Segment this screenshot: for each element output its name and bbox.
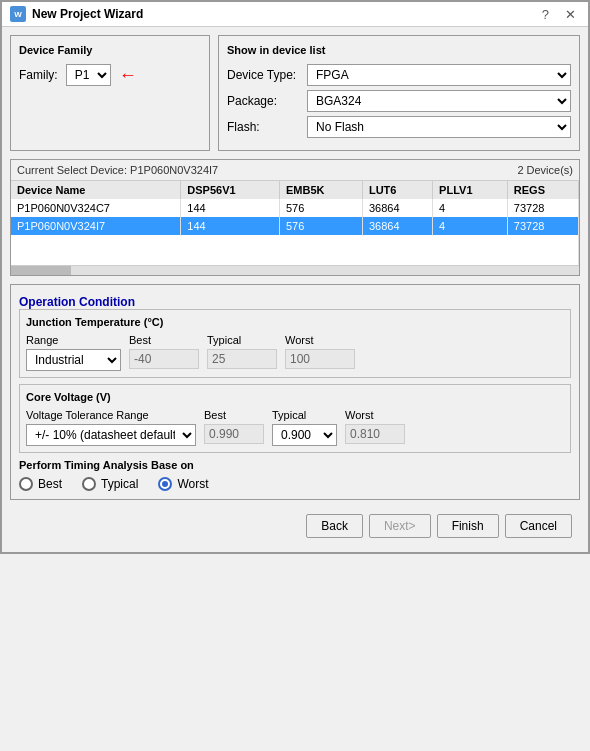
tolerance-label: Voltage Tolerance Range (26, 409, 196, 421)
show-device-title: Show in device list (227, 44, 571, 56)
device-type-label: Device Type: (227, 68, 307, 82)
typical-radio-label: Typical (101, 477, 138, 491)
v-best-label: Best (204, 409, 264, 421)
worst-radio-label: Worst (177, 477, 208, 491)
v-worst-label: Worst (345, 409, 405, 421)
cell-dsp: 144 (181, 199, 280, 217)
col-regs: REGS (507, 181, 578, 199)
finish-button[interactable]: Finish (437, 514, 499, 538)
bottom-buttons: Back Next> Finish Cancel (10, 508, 580, 544)
current-select-text: Current Select Device: P1P060N0V324I7 (17, 164, 218, 176)
family-row: Family: P1 ← (19, 64, 201, 86)
package-select[interactable]: BGA324 QFN48 (307, 90, 571, 112)
v-typical-label: Typical (272, 409, 337, 421)
cell-lut: 36864 (362, 217, 432, 235)
flash-label: Flash: (227, 120, 307, 134)
best-radio[interactable] (19, 477, 33, 491)
package-label: Package: (227, 94, 307, 108)
cell-pll: 4 (433, 217, 508, 235)
flash-select[interactable]: No Flash With Flash (307, 116, 571, 138)
device-table-header: Current Select Device: P1P060N0V324I7 2 … (11, 160, 579, 181)
window-title: New Project Wizard (32, 7, 143, 21)
timing-best-option[interactable]: Best (19, 477, 62, 491)
main-content: Device Family Family: P1 ← Show in devic… (2, 27, 588, 552)
range-select[interactable]: Industrial Commercial Automotive (26, 349, 121, 371)
col-pll: PLLV1 (433, 181, 508, 199)
cell-regs: 73728 (507, 217, 578, 235)
family-arrow-icon: ← (119, 65, 137, 86)
range-col: Range Industrial Commercial Automotive (26, 334, 121, 371)
core-voltage-title: Core Voltage (V) (26, 391, 564, 403)
scrollbar-thumb (11, 266, 71, 275)
next-button[interactable]: Next> (369, 514, 431, 538)
core-voltage-section: Core Voltage (V) Voltage Tolerance Range… (19, 384, 571, 453)
col-device-name: Device Name (11, 181, 181, 199)
device-table-body: P1P060N0V324C7 144 576 36864 4 73728 P1P… (11, 199, 579, 265)
wizard-icon: W (10, 6, 26, 22)
empty-row (11, 235, 579, 265)
operation-condition-section: Operation Condition Junction Temperature… (10, 284, 580, 500)
best-col: Best (129, 334, 199, 369)
v-worst-col: Worst (345, 409, 405, 444)
title-bar-left: W New Project Wizard (10, 6, 143, 22)
junction-title: Junction Temperature (°C) (26, 316, 564, 328)
close-button[interactable]: ✕ (561, 7, 580, 22)
cell-dsp: 144 (181, 217, 280, 235)
table-row[interactable]: P1P060N0V324C7 144 576 36864 4 73728 (11, 199, 579, 217)
operation-title: Operation Condition (19, 295, 571, 309)
v-best-input (204, 424, 264, 444)
junction-temp-section: Junction Temperature (°C) Range Industri… (19, 309, 571, 378)
device-table: Device Name DSP56V1 EMB5K LUT6 PLLV1 REG… (11, 181, 579, 265)
device-table-section: Current Select Device: P1P060N0V324I7 2 … (10, 159, 580, 276)
tolerance-select[interactable]: +/- 10% (datasheet default) +/- 5% (26, 424, 196, 446)
col-dsp: DSP56V1 (181, 181, 280, 199)
worst-radio[interactable] (158, 477, 172, 491)
table-scrollbar[interactable] (11, 265, 579, 275)
table-header-row: Device Name DSP56V1 EMB5K LUT6 PLLV1 REG… (11, 181, 579, 199)
temp-row: Range Industrial Commercial Automotive B… (26, 334, 564, 371)
cell-pll: 4 (433, 199, 508, 217)
back-button[interactable]: Back (306, 514, 363, 538)
timing-options-row: Best Typical Worst (19, 477, 571, 491)
voltage-row: Voltage Tolerance Range +/- 10% (datashe… (26, 409, 564, 446)
device-type-row: Device Type: FPGA CPLD (227, 64, 571, 86)
typical-radio[interactable] (82, 477, 96, 491)
v-typical-col: Typical 0.900 (272, 409, 337, 446)
top-section: Device Family Family: P1 ← Show in devic… (10, 35, 580, 151)
best-label: Best (129, 334, 199, 346)
family-select[interactable]: P1 (66, 64, 111, 86)
timing-title: Perform Timing Analysis Base on (19, 459, 571, 471)
flash-row: Flash: No Flash With Flash (227, 116, 571, 138)
timing-typical-option[interactable]: Typical (82, 477, 138, 491)
cancel-button[interactable]: Cancel (505, 514, 572, 538)
col-emb: EMB5K (280, 181, 363, 199)
device-family-section: Device Family Family: P1 ← (10, 35, 210, 151)
worst-label: Worst (285, 334, 355, 346)
best-radio-label: Best (38, 477, 62, 491)
table-row[interactable]: P1P060N0V324I7 144 576 36864 4 73728 (11, 217, 579, 235)
title-bar: W New Project Wizard ? ✕ (2, 2, 588, 27)
cell-emb: 576 (280, 217, 363, 235)
v-typical-select[interactable]: 0.900 (272, 424, 337, 446)
device-table-head: Device Name DSP56V1 EMB5K LUT6 PLLV1 REG… (11, 181, 579, 199)
v-best-col: Best (204, 409, 264, 444)
timing-worst-option[interactable]: Worst (158, 477, 208, 491)
cell-lut: 36864 (362, 199, 432, 217)
range-label: Range (26, 334, 121, 346)
family-text-label: Family: (19, 68, 58, 82)
device-family-label: Device Family (19, 44, 201, 56)
v-worst-input (345, 424, 405, 444)
help-button[interactable]: ? (538, 7, 553, 22)
cell-name: P1P060N0V324I7 (11, 217, 181, 235)
typical-input (207, 349, 277, 369)
svg-text:W: W (14, 10, 22, 19)
cell-regs: 73728 (507, 199, 578, 217)
package-row: Package: BGA324 QFN48 (227, 90, 571, 112)
device-type-select[interactable]: FPGA CPLD (307, 64, 571, 86)
title-bar-controls: ? ✕ (538, 7, 580, 22)
worst-col: Worst (285, 334, 355, 369)
show-device-section: Show in device list Device Type: FPGA CP… (218, 35, 580, 151)
typical-col: Typical (207, 334, 277, 369)
cell-emb: 576 (280, 199, 363, 217)
tolerance-col: Voltage Tolerance Range +/- 10% (datashe… (26, 409, 196, 446)
